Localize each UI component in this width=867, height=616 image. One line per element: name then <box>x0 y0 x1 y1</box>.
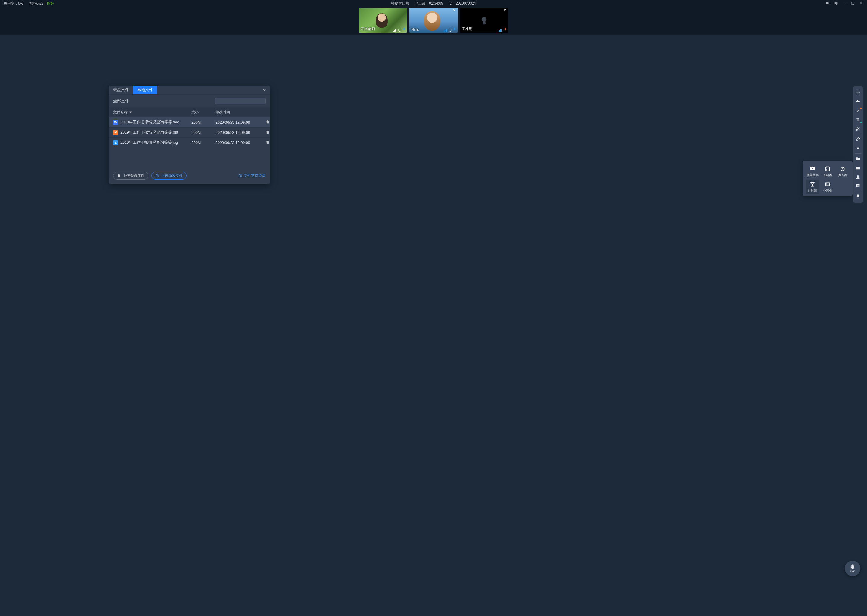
vt-laser-button[interactable] <box>853 88 863 97</box>
file-support-link[interactable]: 文件支持类型 <box>238 173 265 178</box>
participant-name: Nina <box>411 27 419 31</box>
tab-cloud-files[interactable]: 云盘文件 <box>109 86 133 94</box>
file-mtime: 2020/06/23 12:09:09 <box>216 130 261 135</box>
delete-file-icon[interactable] <box>265 120 270 125</box>
svg-text:✕: ✕ <box>828 169 829 171</box>
svg-point-21 <box>857 175 859 177</box>
delete-file-icon[interactable] <box>265 140 270 145</box>
file-mtime: 2020/06/23 12:09:09 <box>216 141 261 145</box>
vt-scissors-button[interactable] <box>853 124 863 133</box>
file-size: 200M <box>191 120 216 124</box>
upload-fx-button[interactable]: 上传动效文件 <box>151 172 187 179</box>
svg-text:A: A <box>826 167 827 169</box>
file-row[interactable]: W 2019年工作汇报情况查询等等.doc 200M 2020/06/23 12… <box>109 117 270 127</box>
settings-icon[interactable] <box>834 1 838 6</box>
signal-bars-icon <box>498 29 502 31</box>
status-center: 神秘大自然 已上课：02:34:09 ID：2020070324 <box>391 1 476 6</box>
tile-close-icon[interactable]: ✕ <box>452 8 456 13</box>
delete-file-icon[interactable] <box>265 130 270 135</box>
dialog-close-icon[interactable]: ✕ <box>259 88 270 93</box>
svg-text:2+3: 2+3 <box>826 183 830 185</box>
status-bar: 丢包率：0% 网络状态：良好 神秘大自然 已上课：02:34:09 ID：202… <box>0 0 867 6</box>
file-mtime: 2020/06/23 12:09:09 <box>216 120 261 124</box>
room-id: ID：2020070324 <box>449 1 476 6</box>
vt-user-button[interactable] <box>853 172 863 181</box>
vt-bell-button[interactable] <box>853 192 863 201</box>
search-box[interactable] <box>215 98 265 104</box>
col-size[interactable]: 大小 <box>191 110 216 115</box>
ppt-file-icon: P <box>113 130 118 135</box>
toolbox-blackboard[interactable]: 2+3小黑板 <box>821 179 834 194</box>
vt-toolbox-button[interactable] <box>853 163 863 172</box>
toolbox-label: 答题器 <box>823 173 832 177</box>
svg-rect-20 <box>856 167 860 169</box>
video-tile[interactable]: 叮当老师 <box>359 8 407 33</box>
vt-eraser-button[interactable] <box>853 135 863 144</box>
network-status: 网络状态：良好 <box>28 1 54 6</box>
mic-icon <box>504 27 507 31</box>
jpg-file-icon: ▲ <box>113 140 118 145</box>
signal-bars-icon <box>393 29 396 31</box>
tile-close-icon[interactable]: ✕ <box>503 8 507 13</box>
sort-icon <box>129 111 132 114</box>
upload-normal-button[interactable]: 上传普通课件 <box>113 172 148 179</box>
file-size: 200M <box>191 130 216 135</box>
svg-point-19 <box>857 148 859 149</box>
info-icon <box>238 174 242 178</box>
vt-move-button[interactable] <box>853 97 863 106</box>
toolbox-responder[interactable]: 抢答器 <box>836 164 850 178</box>
toolbox-label: 抢答器 <box>838 173 847 177</box>
toolbox-label: 计时器 <box>808 189 817 193</box>
toolbox-label: 小黑板 <box>823 189 832 193</box>
svg-text:B: B <box>826 169 827 171</box>
video-strip: 叮当老师 ✕ Nina ✕ 王小明 <box>0 6 867 35</box>
vt-text-button[interactable] <box>853 115 863 124</box>
doc-file-icon: W <box>113 120 118 125</box>
tab-local-files[interactable]: 本地文件 <box>133 86 157 94</box>
room-title: 神秘大自然 <box>391 1 409 6</box>
status-left: 丢包率：0% 网络状态：良好 <box>4 1 54 6</box>
file-row[interactable]: ▲ 2019年工作汇报情况查询等等.jpg 200M 2020/06/23 12… <box>109 138 270 148</box>
all-files-label[interactable]: 全部文件 <box>113 99 129 104</box>
svg-point-16 <box>858 92 859 93</box>
col-mtime[interactable]: 修改时间 <box>216 110 261 115</box>
close-icon[interactable] <box>859 1 863 6</box>
fullscreen-icon[interactable] <box>851 1 855 6</box>
class-duration: 已上课：02:34:09 <box>415 1 443 6</box>
svg-rect-6 <box>240 175 241 175</box>
col-name[interactable]: 文件名称 <box>113 110 191 115</box>
hand-raise-button[interactable]: 0/2 <box>845 561 861 576</box>
file-name: 2019年工作汇报情况查询等等.ppt <box>120 130 178 135</box>
vt-folder-button[interactable] <box>853 154 863 163</box>
video-tile[interactable]: ✕ 王小明 <box>460 8 508 33</box>
svg-rect-5 <box>240 175 241 176</box>
svg-point-22 <box>857 185 858 185</box>
camera-toggle-icon[interactable] <box>826 1 830 6</box>
toolbox-screen_share[interactable]: 屏幕共享 <box>806 164 820 178</box>
toolbox-timer[interactable]: 计时器 <box>806 179 820 194</box>
vertical-toolbar <box>853 86 863 203</box>
file-name: 2019年工作汇报情况查询等等.jpg <box>120 140 178 145</box>
toolbox-answer[interactable]: A✓B✕答题器 <box>821 164 834 178</box>
svg-point-1 <box>482 17 487 22</box>
vt-chat-button[interactable] <box>853 181 863 190</box>
toolbox-label: 屏幕共享 <box>807 173 818 177</box>
file-size: 200M <box>191 141 216 145</box>
hand-icon <box>850 564 855 569</box>
toolbar-separator <box>854 134 861 134</box>
minimize-icon[interactable] <box>842 1 847 6</box>
mic-icon <box>402 27 406 31</box>
file-name: 2019年工作汇报情况查询等等.doc <box>120 120 179 125</box>
camera-indicator-icon <box>449 28 452 31</box>
svg-point-23 <box>858 185 858 185</box>
svg-rect-0 <box>843 3 846 3</box>
file-dialog: 云盘文件 本地文件 ✕ 全部文件 文件名称 大小 修改时间 W 2019年工作汇… <box>109 86 270 184</box>
mic-icon <box>453 27 456 31</box>
vt-pen-button[interactable] <box>853 106 863 115</box>
video-tile[interactable]: ✕ Nina <box>410 8 457 33</box>
file-row[interactable]: P 2019年工作汇报情况查询等等.ppt 200M 2020/06/23 12… <box>109 127 270 138</box>
search-input[interactable] <box>219 99 265 103</box>
dialog-tabs: 云盘文件 本地文件 ✕ <box>109 86 270 95</box>
vt-dot-button[interactable] <box>853 144 863 153</box>
toolbar-separator <box>854 153 861 154</box>
